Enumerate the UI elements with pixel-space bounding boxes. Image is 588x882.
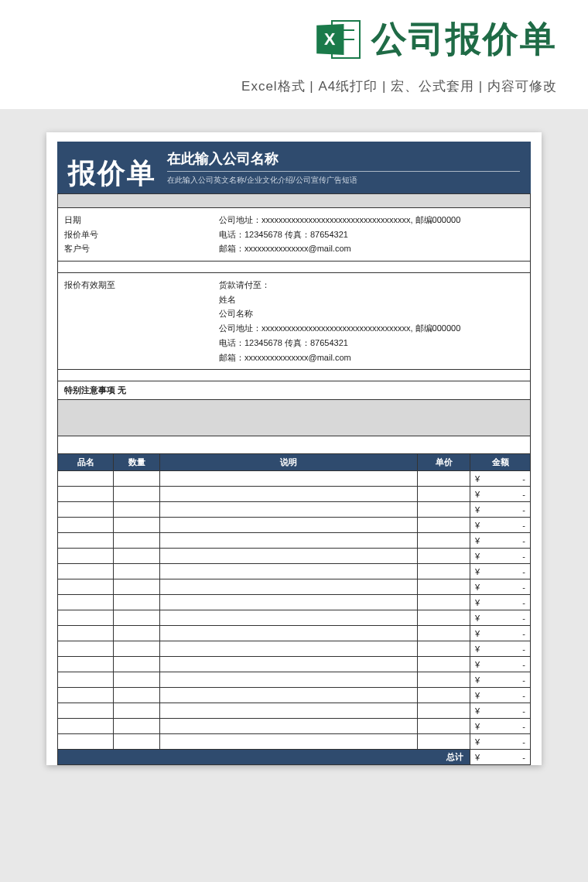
table-cell xyxy=(160,703,418,719)
table-cell xyxy=(160,564,418,579)
excel-icon: X xyxy=(316,17,361,62)
table-cell xyxy=(160,626,418,641)
table-cell: ¥- xyxy=(470,734,531,750)
doc-banner-title: 报价单 xyxy=(68,159,156,187)
total-amount: ¥ - xyxy=(470,750,531,765)
table-cell: ¥- xyxy=(470,579,531,595)
table-cell xyxy=(58,610,114,626)
table-cell xyxy=(114,595,160,610)
table-cell xyxy=(160,657,418,672)
payee-name: 姓名 xyxy=(219,292,524,307)
table-cell xyxy=(58,688,114,703)
table-cell: ¥- xyxy=(470,610,531,626)
table-cell: ¥- xyxy=(470,502,531,518)
table-cell xyxy=(418,641,470,657)
col-qty: 数量 xyxy=(114,454,160,471)
table-row: ¥- xyxy=(58,610,531,626)
table-cell xyxy=(160,518,418,533)
table-cell: ¥- xyxy=(470,626,531,641)
table-cell: ¥- xyxy=(470,703,531,719)
table-cell xyxy=(114,626,160,641)
table-cell xyxy=(58,579,114,595)
table-cell xyxy=(418,610,470,626)
notes-label: 特别注意事项 无 xyxy=(57,381,531,399)
table-row: ¥- xyxy=(58,549,531,564)
table-row: ¥- xyxy=(58,719,531,734)
table-cell: ¥- xyxy=(470,672,531,688)
table-row: ¥- xyxy=(58,734,531,750)
table-cell: ¥- xyxy=(470,471,531,487)
table-cell: ¥- xyxy=(470,487,531,502)
table-cell xyxy=(58,533,114,549)
table-cell xyxy=(58,703,114,719)
table-cell xyxy=(58,502,114,518)
table-cell xyxy=(58,549,114,564)
table-cell xyxy=(58,595,114,610)
col-price: 单价 xyxy=(418,454,470,471)
table-row: ¥- xyxy=(58,518,531,533)
spacer xyxy=(57,370,531,381)
table-row: ¥- xyxy=(58,533,531,549)
table-cell xyxy=(58,626,114,641)
table-cell xyxy=(418,734,470,750)
table-cell xyxy=(160,719,418,734)
table-cell xyxy=(114,487,160,502)
table-cell xyxy=(114,502,160,518)
table-cell xyxy=(160,672,418,688)
table-cell xyxy=(160,610,418,626)
table-cell xyxy=(160,688,418,703)
table-cell xyxy=(58,719,114,734)
items-table: 品名 数量 说明 单价 金额 ¥-¥-¥-¥-¥-¥-¥-¥-¥-¥-¥-¥-¥… xyxy=(57,453,531,765)
table-cell: ¥- xyxy=(470,595,531,610)
spacer xyxy=(57,262,531,272)
table-cell xyxy=(58,487,114,502)
table-row: ¥- xyxy=(58,471,531,487)
table-cell xyxy=(418,672,470,688)
table-cell: ¥- xyxy=(470,564,531,579)
table-cell xyxy=(114,518,160,533)
payee-company: 公司名称 xyxy=(219,306,524,321)
spacer xyxy=(57,436,531,453)
table-cell xyxy=(160,549,418,564)
table-cell xyxy=(160,533,418,549)
table-cell: ¥- xyxy=(470,688,531,703)
table-cell xyxy=(58,657,114,672)
table-cell xyxy=(114,549,160,564)
table-cell xyxy=(418,487,470,502)
document-preview: 报价单 在此输入公司名称 在此输入公司英文名称/企业文化介绍/公司宣传广告短语 … xyxy=(46,132,542,765)
table-cell xyxy=(114,719,160,734)
table-cell xyxy=(114,579,160,595)
table-cell xyxy=(418,579,470,595)
table-cell xyxy=(114,688,160,703)
table-cell xyxy=(418,518,470,533)
table-cell xyxy=(418,657,470,672)
table-cell: ¥- xyxy=(470,657,531,672)
table-cell: ¥- xyxy=(470,533,531,549)
payee-address: 公司地址：xxxxxxxxxxxxxxxxxxxxxxxxxxxxxxxxxxx… xyxy=(219,321,524,336)
doc-banner: 报价单 在此输入公司名称 在此输入公司英文名称/企业文化介绍/公司宣传广告短语 xyxy=(57,142,531,193)
table-row: ¥- xyxy=(58,641,531,657)
company-address: 公司地址：xxxxxxxxxxxxxxxxxxxxxxxxxxxxxxxxxxx… xyxy=(219,213,524,227)
table-cell: ¥- xyxy=(470,549,531,564)
total-row: 总计 ¥ - xyxy=(58,750,531,765)
table-cell xyxy=(58,471,114,487)
table-row: ¥- xyxy=(58,487,531,502)
table-row: ¥- xyxy=(58,626,531,641)
table-cell xyxy=(114,703,160,719)
payee-title: 货款请付至： xyxy=(219,278,524,292)
table-cell xyxy=(418,688,470,703)
table-cell xyxy=(418,595,470,610)
table-cell xyxy=(114,657,160,672)
table-cell: ¥- xyxy=(470,641,531,657)
table-cell xyxy=(160,487,418,502)
table-cell xyxy=(114,672,160,688)
table-cell xyxy=(58,518,114,533)
table-cell xyxy=(58,734,114,750)
page-title: 公司报价单 xyxy=(371,15,557,63)
col-amount: 金额 xyxy=(470,454,531,471)
table-cell xyxy=(418,719,470,734)
table-cell xyxy=(114,564,160,579)
table-cell xyxy=(418,533,470,549)
table-cell xyxy=(58,672,114,688)
table-cell xyxy=(160,579,418,595)
